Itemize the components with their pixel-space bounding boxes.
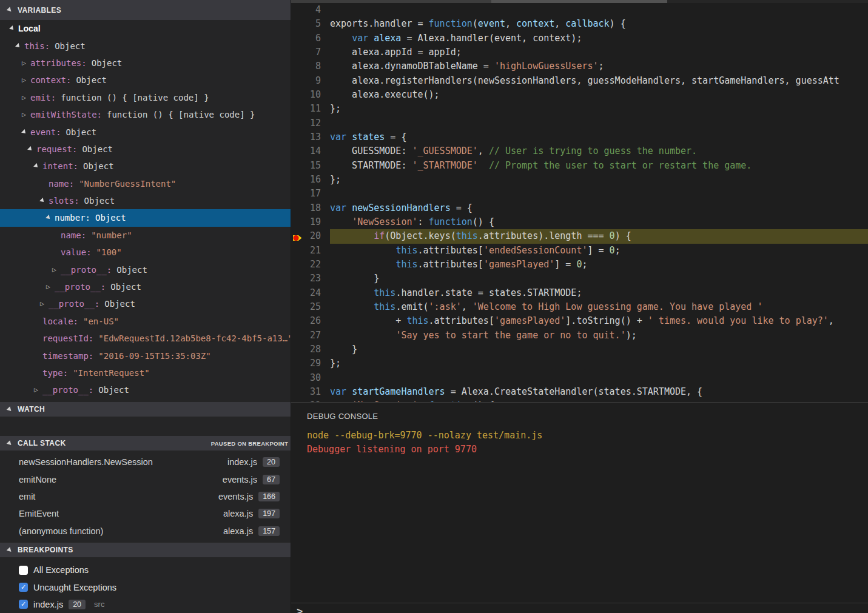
gutter-line-number[interactable]: 25 [291, 300, 330, 314]
gutter-line-number[interactable]: 18 [291, 201, 330, 215]
gutter-line-number[interactable]: 7 [291, 45, 330, 59]
gutter-line-number[interactable]: 31 [291, 385, 330, 399]
chevron-expanded-icon[interactable] [10, 27, 18, 30]
gutter-line-number[interactable]: 12 [291, 116, 330, 130]
code-line[interactable]: 17 [291, 187, 868, 201]
gutter-line-number[interactable]: 16 [291, 173, 330, 187]
gutter-line-number[interactable]: 4 [291, 3, 330, 17]
console-input-prompt[interactable]: > [297, 605, 303, 613]
breakpoint-row[interactable]: All Exceptions [0, 561, 291, 578]
variable-row[interactable]: name:"number" [0, 227, 291, 244]
chevron-right-icon[interactable]: ▷ [34, 387, 42, 393]
chevron-expanded-icon[interactable] [16, 44, 24, 48]
gutter-line-number[interactable]: 26 [291, 314, 330, 328]
call-stack-frame[interactable]: emitNoneevents.js67 [0, 471, 291, 487]
gutter-line-number[interactable]: 5 [291, 17, 330, 31]
checkbox-unchecked-icon[interactable] [19, 566, 28, 575]
code-line[interactable]: 19 'NewSession': function() { [291, 215, 868, 229]
gutter-line-number[interactable]: 19 [291, 215, 330, 229]
call-stack-frame[interactable]: EmitEventalexa.js197 [0, 505, 291, 522]
chevron-right-icon[interactable]: ▷ [52, 267, 61, 273]
call-stack-frame[interactable]: emitevents.js166 [0, 488, 291, 505]
variable-row[interactable]: ▷__proto__:Object [0, 278, 291, 295]
chevron-expanded-icon[interactable] [22, 130, 30, 134]
code-line[interactable]: 29}; [291, 357, 868, 370]
variable-row[interactable]: value:"100" [0, 244, 291, 261]
chevron-right-icon[interactable]: ▷ [22, 77, 30, 83]
variable-row[interactable]: intent:Object [0, 158, 291, 175]
gutter-line-number[interactable]: 22 [291, 258, 330, 272]
variable-row[interactable]: this:Object [0, 37, 291, 54]
code-line[interactable]: 30 [291, 371, 868, 385]
code-line[interactable]: 12 [291, 116, 868, 130]
watch-section-header[interactable]: WATCH [0, 402, 291, 417]
checkbox-checked-icon[interactable]: ✓ [19, 583, 28, 592]
code-line[interactable]: 28 } [291, 343, 868, 357]
variable-row[interactable]: slots:Object [0, 192, 291, 209]
variable-row[interactable]: type:"IntentRequest" [0, 364, 291, 381]
code-line[interactable]: 22 this.attributes['gamesPlayed'] = 0; [291, 258, 868, 272]
code-line[interactable]: 13var states = { [291, 130, 868, 144]
variable-row[interactable]: request:Object [0, 141, 291, 158]
call-stack-section-header[interactable]: CALL STACK PAUSED ON BREAKPOINT [0, 436, 291, 451]
variables-section-header[interactable]: VARIABLES [0, 0, 291, 20]
variable-row[interactable]: ▷attributes:Object [0, 55, 291, 72]
code-line[interactable]: 14 GUESSMODE: '_GUESSMODE', // User is t… [291, 144, 868, 158]
checkbox-checked-icon[interactable]: ✓ [19, 600, 28, 609]
variable-row[interactable]: timestamp:"2016-09-15T15:35:03Z" [0, 347, 291, 364]
code-line[interactable]: 11}; [291, 102, 868, 116]
gutter-line-number[interactable]: 28 [291, 343, 330, 357]
gutter-line-number[interactable]: 20 [291, 229, 330, 243]
gutter-line-number[interactable]: 9 [291, 74, 330, 88]
code-line[interactable]: 31var startGameHandlers = Alexa.CreateSt… [291, 385, 868, 399]
gutter-line-number[interactable]: 27 [291, 329, 330, 343]
code-line[interactable]: 9 alexa.registerHandlers(newSessionHandl… [291, 74, 868, 88]
chevron-right-icon[interactable]: ▷ [40, 301, 49, 307]
breakpoint-row[interactable]: ✓Uncaught Exceptions [0, 578, 291, 595]
code-line[interactable]: 24 this.handler.state = states.STARTMODE… [291, 286, 868, 300]
chevron-expanded-icon[interactable] [34, 164, 42, 168]
chevron-right-icon[interactable]: ▷ [22, 60, 30, 66]
code-line[interactable]: 27 'Say yes to start the game or no to q… [291, 329, 868, 343]
gutter-line-number[interactable]: 17 [291, 187, 330, 201]
gutter-line-number[interactable]: 29 [291, 357, 330, 370]
code-line[interactable]: 21 this.attributes['endedSessionCount'] … [291, 244, 868, 258]
code-line[interactable]: 15 STARTMODE: '_STARTMODE' // Prompt the… [291, 159, 868, 173]
gutter-line-number[interactable]: 15 [291, 159, 330, 173]
call-stack-frame[interactable]: newSessionHandlers.NewSessionindex.js20 [0, 454, 291, 471]
gutter-line-number[interactable]: 30 [291, 371, 330, 385]
variable-row[interactable]: ▷__proto__:Object [0, 381, 291, 398]
code-line[interactable]: 7 alexa.appId = appId; [291, 45, 868, 59]
code-line[interactable]: 8 alexa.dynamoDBTableName = 'highLowGues… [291, 59, 868, 73]
code-line[interactable]: 25 this.emit(':ask', 'Welcome to High Lo… [291, 300, 868, 314]
chevron-right-icon[interactable]: ▷ [22, 95, 30, 101]
chevron-expanded-icon[interactable] [28, 147, 36, 151]
variable-row[interactable]: number:Object [0, 209, 291, 226]
breakpoints-section-header[interactable]: BREAKPOINTS [0, 543, 291, 557]
gutter-line-number[interactable]: 24 [291, 286, 330, 300]
code-line[interactable]: 10 alexa.execute(); [291, 88, 868, 102]
variable-row[interactable]: ▷__proto__:Object [0, 295, 291, 312]
variable-row[interactable]: Local [0, 20, 291, 37]
code-editor[interactable]: 45exports.handler = function(event, cont… [291, 0, 868, 402]
gutter-line-number[interactable]: 10 [291, 88, 330, 102]
breakpoint-row[interactable]: ✓index.js20src [0, 596, 291, 613]
call-stack-frame[interactable]: (anonymous function)alexa.js157 [0, 523, 291, 540]
variable-row[interactable]: ▷emitWithState:function () { [native cod… [0, 106, 291, 123]
gutter-line-number[interactable]: 14 [291, 144, 330, 158]
variable-row[interactable]: locale:"en-US" [0, 313, 291, 330]
variable-row[interactable]: ▷emit:function () { [native code] } [0, 89, 291, 106]
code-line[interactable]: 16}; [291, 173, 868, 187]
code-line[interactable]: 23 } [291, 272, 868, 286]
gutter-line-number[interactable]: 21 [291, 244, 330, 258]
code-line[interactable]: 4 [291, 3, 868, 17]
chevron-right-icon[interactable]: ▷ [22, 112, 30, 118]
variable-row[interactable]: requestId:"EdwRequestId.12ab5be8-fc42-4b… [0, 330, 291, 347]
chevron-expanded-icon[interactable] [40, 199, 49, 203]
variable-row[interactable]: ▷context:Object [0, 72, 291, 89]
chevron-right-icon[interactable]: ▷ [46, 284, 55, 290]
chevron-expanded-icon[interactable] [46, 216, 55, 219]
gutter-line-number[interactable]: 23 [291, 272, 330, 286]
variable-row[interactable]: name:"NumberGuessIntent" [0, 175, 291, 192]
code-line[interactable]: 26 + this.attributes['gamesPlayed'].toSt… [291, 314, 868, 328]
